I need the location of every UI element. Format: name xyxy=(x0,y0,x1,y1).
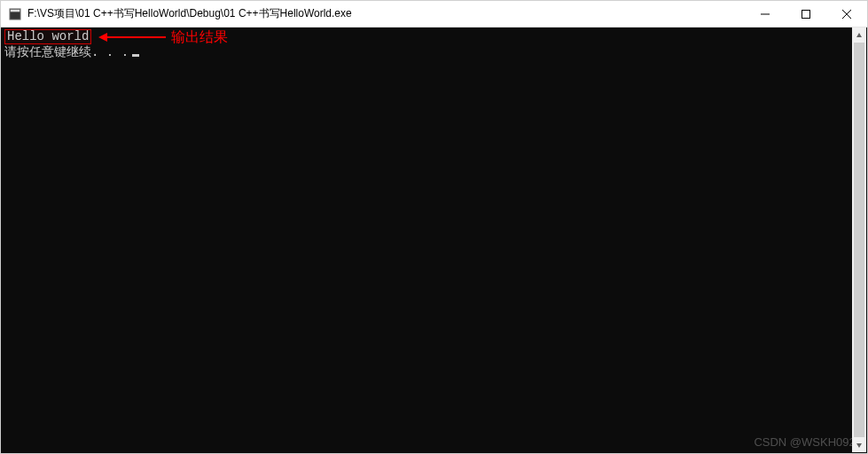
output-line-1: Hello world 输出结果 xyxy=(4,29,849,44)
svg-rect-1 xyxy=(11,9,20,12)
scroll-up-button[interactable] xyxy=(852,27,866,43)
console-output-area: Hello world 输出结果 请按任意键继续. . . CSDN @WSKH… xyxy=(1,27,867,453)
svg-rect-3 xyxy=(802,10,810,18)
vertical-scrollbar[interactable] xyxy=(852,27,866,452)
close-button[interactable] xyxy=(826,1,867,27)
window-title: F:\VS项目\01 C++书写HelloWorld\Debug\01 C++书… xyxy=(27,6,745,21)
watermark: CSDN @WSKH0929 xyxy=(754,435,862,450)
scrollbar-thumb[interactable] xyxy=(854,43,864,437)
continue-prompt-line: 请按任意键继续. . . xyxy=(4,44,849,59)
titlebar: F:\VS项目\01 C++书写HelloWorld\Debug\01 C++书… xyxy=(1,1,867,27)
minimize-button[interactable] xyxy=(745,1,786,27)
arrow-left-icon xyxy=(98,36,166,38)
scroll-down-button[interactable] xyxy=(852,437,866,452)
maximize-button[interactable] xyxy=(786,1,826,27)
output-annotation-label: 输出结果 xyxy=(171,28,228,45)
continue-prompt-text: 请按任意键继续. . . xyxy=(4,44,129,59)
program-output-highlight: Hello world xyxy=(4,29,91,44)
scrollbar-track[interactable] xyxy=(852,43,866,437)
console-window: F:\VS项目\01 C++书写HelloWorld\Debug\01 C++书… xyxy=(0,0,868,454)
svg-marker-7 xyxy=(856,443,862,448)
text-cursor xyxy=(132,54,139,57)
app-icon xyxy=(8,7,22,21)
window-controls xyxy=(745,1,867,27)
svg-marker-6 xyxy=(856,33,862,37)
